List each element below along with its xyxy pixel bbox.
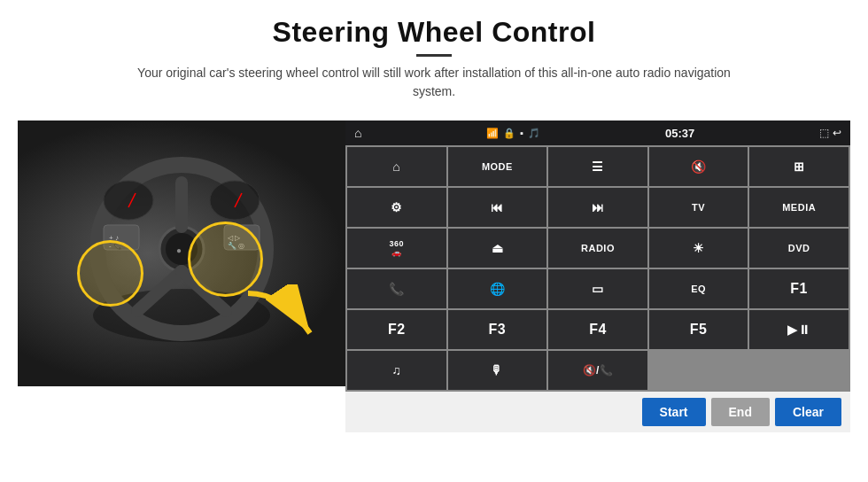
title-divider [416,54,452,57]
btn-nav[interactable]: ⌂ [347,147,446,186]
bt-icon: 🎵 [528,128,540,139]
wifi-icon: 📶 [486,128,499,139]
back-icon: ↩ [833,127,841,139]
btn-media[interactable]: MEDIA [749,188,849,227]
clear-button[interactable]: Clear [775,398,841,426]
btn-mic[interactable]: 🎙 [448,351,547,390]
svg-point-15 [210,181,260,220]
btn-menu[interactable]: ☰ [548,147,647,186]
status-icons: 📶 🔒 ▪ 🎵 [486,128,540,139]
btn-eject[interactable]: ⏏ [448,229,547,268]
btn-tv[interactable]: TV [649,188,748,227]
yellow-arrow [239,284,319,346]
annotation-circle-left [77,240,143,307]
btn-apps[interactable]: ⊞ [749,147,849,186]
btn-f4[interactable]: F4 [548,310,647,349]
page-title: Steering Wheel Control [133,16,735,49]
svg-text:●: ● [176,245,182,255]
btn-hangup[interactable]: 🔇/📞 [548,351,647,390]
btn-playpause[interactable]: ▶⏸ [749,310,849,349]
btn-f5[interactable]: F5 [649,310,748,349]
svg-point-14 [104,181,153,220]
btn-dvd[interactable]: DVD [749,229,849,268]
btn-eq[interactable]: EQ [649,269,748,308]
btn-screen[interactable]: ▭ [548,269,647,308]
btn-phone[interactable]: 📞 [347,269,446,308]
button-grid: ⌂ MODE ☰ 🔇 ⊞ ⚙ ⏮ ⏭ TV MEDIA 360🚗 ⏏ RADIO… [345,145,850,392]
bottom-bar: Start End Clear [345,392,850,432]
content-row: + ♪ - 📞 ◁ ▷ 🔧 ◎ ● [35,120,833,432]
btn-brightness[interactable]: ☀ [649,229,748,268]
btn-f1[interactable]: F1 [749,269,849,308]
start-button[interactable]: Start [642,398,706,426]
btn-360cam[interactable]: 360🚗 [347,229,446,268]
car-image: + ♪ - 📞 ◁ ▷ 🔧 ◎ ● [18,120,345,386]
end-button[interactable]: End [711,398,770,426]
btn-settings-ring[interactable]: ⚙ [347,188,446,227]
subtitle-text: Your original car's steering wheel contr… [133,64,735,101]
btn-mute[interactable]: 🔇 [649,147,748,186]
btn-music[interactable]: ♫ [347,351,446,390]
btn-next[interactable]: ⏭ [548,188,647,227]
control-panel: ⌂ 📶 🔒 ▪ 🎵 05:37 ⬚ ↩ ⌂ MODE ☰ � [345,120,850,432]
lock-icon: 🔒 [503,128,515,139]
status-time: 05:37 [665,127,694,140]
btn-f3[interactable]: F3 [448,310,547,349]
title-section: Steering Wheel Control Your original car… [133,16,735,113]
home-icon: ⌂ [354,126,361,140]
btn-browser[interactable]: 🌐 [448,269,547,308]
status-bar: ⌂ 📶 🔒 ▪ 🎵 05:37 ⬚ ↩ [345,120,850,145]
btn-radio[interactable]: RADIO [548,229,647,268]
btn-f2[interactable]: F2 [347,310,446,349]
btn-mode[interactable]: MODE [448,147,547,186]
sd-icon: ▪ [520,128,523,138]
btn-prev[interactable]: ⏮ [448,188,547,227]
cast-icon: ⬚ [819,127,829,139]
status-right-icons: ⬚ ↩ [819,127,841,139]
